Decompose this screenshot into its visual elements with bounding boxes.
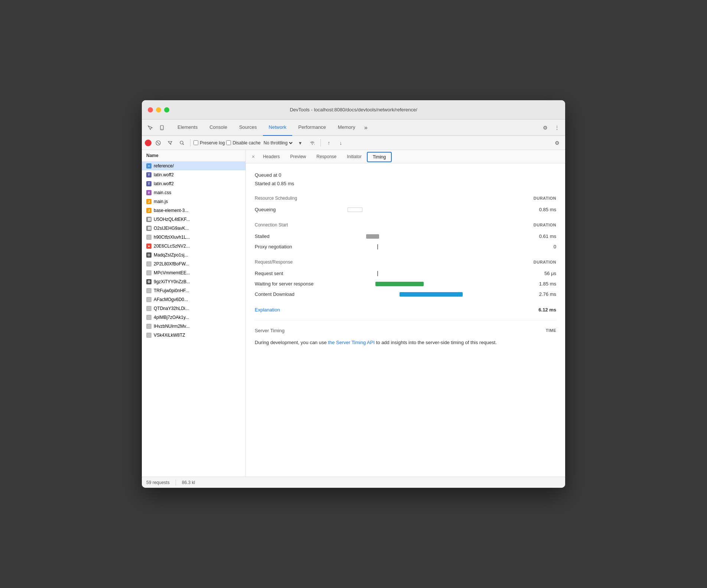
more-options-icon[interactable]: ⋮ [552, 122, 562, 133]
stalled-label: Stalled [255, 233, 336, 239]
queued-at-text: Queued at 0 [255, 171, 556, 179]
tabs-overflow-button[interactable]: » [361, 124, 371, 131]
disable-cache-text: Disable cache [232, 140, 260, 146]
request-response-header: Request/Response DURATION [255, 259, 556, 266]
transfer-size: 86.3 kl [182, 480, 195, 485]
list-item[interactable]: # main.css [142, 188, 245, 197]
other-icon: □ [146, 261, 152, 267]
svg-line-3 [157, 142, 159, 144]
clear-icon[interactable] [153, 138, 163, 148]
mobile-icon[interactable] [157, 122, 167, 133]
list-item[interactable]: □ IHvzbNUlrm2Mv... [142, 322, 245, 331]
devtools-actions: ⚙ ⋮ [540, 122, 562, 133]
list-item[interactable]: 🖼 O2sIJEHG9avK... [142, 224, 245, 233]
request-sent-bar-container [336, 270, 527, 277]
timing-row-stalled: Stalled 0.61 ms [255, 233, 556, 240]
tab-memory[interactable]: Memory [332, 120, 361, 136]
wifi-icon[interactable]: ↓ [307, 138, 317, 148]
queueing-bar-container [336, 206, 527, 213]
list-item[interactable]: ≡ reference/ [142, 161, 245, 170]
tab-performance[interactable]: Performance [292, 120, 332, 136]
close-tab-button[interactable]: × [249, 154, 258, 160]
devtools-cursor-tools [145, 122, 167, 133]
connection-start-title: Connection Start [255, 222, 288, 228]
server-timing-desc-text: During development, you can use [255, 340, 327, 345]
list-item[interactable]: T latin.woff2 [142, 170, 245, 179]
upload-icon[interactable]: ↑ [324, 138, 334, 148]
download-icon[interactable]: ↓ [336, 138, 346, 148]
tab-sources[interactable]: Sources [233, 120, 263, 136]
svg-line-5 [183, 144, 184, 145]
disable-cache-checkbox[interactable] [226, 140, 231, 145]
network-settings-icon[interactable]: ⚙ [552, 138, 562, 148]
stalled-value: 0.61 ms [527, 233, 556, 239]
filter-icon[interactable] [165, 138, 175, 148]
list-item[interactable]: □ MPcVmmemtEE... [142, 268, 245, 277]
total-value: 6.12 ms [538, 307, 556, 313]
cursor-icon[interactable] [145, 122, 155, 133]
settings-icon[interactable]: ⚙ [540, 122, 550, 133]
other-icon: □ [146, 333, 152, 338]
list-item[interactable]: □ 2P2L80XfBoFW... [142, 259, 245, 268]
tab-response[interactable]: Response [311, 150, 342, 163]
maximize-button[interactable] [164, 107, 169, 112]
proxy-value: 0 [527, 244, 556, 249]
img-icon: 🖼 [146, 226, 152, 231]
list-item[interactable]: □ QTDnaY32hLDi... [142, 304, 245, 313]
toolbar-separator-1 [190, 139, 190, 147]
tab-console[interactable]: Console [203, 120, 233, 136]
list-item[interactable]: J main.js [142, 197, 245, 206]
list-item[interactable]: J base-element-3... [142, 206, 245, 215]
file-name: 20E6CLcSzNV2... [154, 244, 190, 249]
list-item[interactable]: □ 4pIMBj7zOAk1y... [142, 313, 245, 322]
tab-network[interactable]: Network [263, 120, 293, 136]
waiting-bar-container [336, 280, 527, 288]
tab-initiator[interactable]: Initiator [342, 150, 366, 163]
request-response-duration-label: DURATION [534, 260, 556, 264]
preserve-log-label[interactable]: Preserve log [193, 140, 225, 146]
file-name: latin.woff2 [154, 172, 174, 177]
tab-timing[interactable]: Timing [367, 152, 392, 162]
file-name: main.js [154, 199, 168, 204]
explanation-link[interactable]: Explanation [255, 307, 280, 313]
throttle-dropdown-icon[interactable]: ▾ [295, 138, 306, 148]
preserve-log-checkbox[interactable] [193, 140, 198, 145]
list-item[interactable]: □ TRFujw0pi0nHF... [142, 286, 245, 295]
timing-row-request-sent: Request sent 56 μs [255, 270, 556, 277]
search-icon[interactable] [177, 138, 187, 148]
disable-cache-label[interactable]: Disable cache [226, 140, 260, 146]
list-item[interactable]: ⊙ MadqZsIZpo1sj... [142, 251, 245, 259]
list-item[interactable]: T latin.woff2 [142, 179, 245, 188]
connection-start-section: Connection Start DURATION Stalled 0.61 m… [255, 222, 556, 251]
server-timing-section: Server Timing TIME During development, y… [255, 328, 556, 354]
list-item[interactable]: □ AFacMOgv6D0... [142, 295, 245, 304]
proxy-bar [377, 244, 378, 249]
img2-icon: ● [146, 244, 152, 249]
tab-elements[interactable]: Elements [172, 120, 203, 136]
queueing-bar [348, 208, 362, 212]
preserve-log-text: Preserve log [200, 140, 225, 146]
list-item[interactable]: ● 20E6CLcSzNV2... [142, 242, 245, 251]
minimize-button[interactable] [156, 107, 161, 112]
throttle-select[interactable]: No throttling [262, 140, 294, 146]
tab-headers[interactable]: Headers [258, 150, 285, 163]
download-value: 2.76 ms [527, 291, 556, 297]
list-item[interactable]: □ VSk4XiLkW8TZ [142, 331, 245, 340]
list-item[interactable]: 🖼 U5OHzQL4tEKF... [142, 215, 245, 224]
list-item[interactable]: □ h90CtfziXluvh1L... [142, 233, 245, 242]
list-item[interactable]: ⚙ 9gzXiTYY0nZzB... [142, 277, 245, 286]
server-timing-title: Server Timing [255, 328, 284, 333]
resource-scheduling-header: Resource Scheduling DURATION [255, 196, 556, 202]
tab-preview[interactable]: Preview [285, 150, 312, 163]
other-icon: □ [146, 235, 152, 240]
request-sent-value: 56 μs [527, 271, 556, 276]
record-button[interactable] [145, 140, 152, 146]
close-button[interactable] [148, 107, 153, 112]
font-icon: T [146, 181, 152, 186]
server-timing-api-link[interactable]: the Server Timing API [328, 340, 375, 345]
traffic-lights [148, 107, 169, 112]
svg-text:↓: ↓ [314, 143, 315, 145]
status-bar: 59 requests 86.3 kl [142, 477, 565, 488]
server-timing-desc2-text: to add insights into the server-side tim… [376, 340, 497, 345]
resource-scheduling-section: Resource Scheduling DURATION Queueing 0.… [255, 196, 556, 213]
